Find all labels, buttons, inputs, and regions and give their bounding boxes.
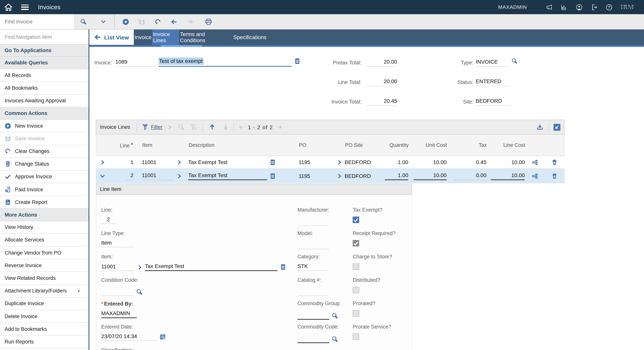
download-icon[interactable] (537, 124, 543, 130)
table-row[interactable]: 2 11001 Tax Exempt Test 1195 BEDFORD 1.0… (96, 169, 565, 183)
tab-terms-and-conditions[interactable]: Terms and Conditions (179, 30, 220, 45)
row-chevron-right-icon[interactable] (100, 159, 106, 165)
row-chevron-right-icon[interactable] (336, 173, 342, 179)
commodity-group-lookup-icon[interactable] (332, 312, 338, 319)
item-long-description-icon[interactable] (280, 264, 286, 270)
checkbox[interactable] (353, 334, 359, 340)
filter-link[interactable]: Filter (151, 124, 162, 130)
field-value[interactable]: ENTERED (476, 78, 510, 86)
search-icon[interactable] (511, 58, 518, 64)
sidebar-item[interactable]: Reverse Invoice (0, 259, 88, 272)
long-description-icon[interactable] (270, 159, 276, 166)
move-row-up-icon[interactable] (209, 124, 216, 130)
sidebar-item[interactable]: Invoices Awaiting Approval (0, 95, 88, 107)
previous-record-button[interactable] (166, 18, 182, 25)
item-value[interactable]: 11001 (101, 263, 134, 271)
print-button[interactable] (200, 18, 216, 25)
tab-invoice-lines[interactable]: Invoice Lines (152, 30, 179, 45)
commodity-code-lookup-icon[interactable] (332, 336, 338, 342)
sidebar-item[interactable]: View History (0, 221, 88, 234)
column-header-description[interactable]: Description (185, 142, 276, 148)
new-record-button[interactable] (118, 18, 134, 25)
calendar-icon[interactable] (160, 334, 166, 340)
catalog-value[interactable] (298, 288, 329, 296)
back-to-list-view[interactable]: List View (89, 30, 134, 45)
filter-icon[interactable] (142, 124, 149, 130)
checkbox[interactable] (353, 240, 359, 246)
sidebar-item[interactable]: New Invoice (0, 120, 88, 132)
commodity-group-value[interactable] (298, 312, 329, 320)
tab-invoice[interactable]: Invoice (134, 30, 152, 45)
long-description-icon[interactable] (270, 173, 276, 179)
tab-specifications[interactable]: Specifications (220, 30, 279, 45)
commodity-code-value[interactable] (298, 335, 329, 343)
model-value[interactable] (298, 242, 329, 249)
line-type-value[interactable]: Item (101, 240, 134, 247)
sidebar-item[interactable]: View Related Records (0, 272, 88, 285)
row-chevron-down-icon[interactable] (100, 173, 106, 179)
entered-date-value[interactable]: 23/07/20 14:34 (101, 333, 157, 341)
sidebar-item[interactable]: Paid Invoice (0, 183, 88, 196)
reports-icon[interactable] (560, 4, 568, 10)
distribute-costs-icon[interactable] (532, 173, 538, 179)
distribute-costs-icon[interactable] (532, 159, 538, 166)
sidebar-item-label: Create Report (15, 199, 48, 205)
checkbox[interactable] (353, 216, 359, 223)
sidebar-item[interactable]: Attachment Library/Folders (0, 285, 88, 297)
search-button[interactable] (75, 14, 92, 29)
sidebar-item[interactable]: Duplicate Invoice (0, 298, 88, 310)
entered-by-value[interactable]: MAXADMIN (101, 310, 137, 318)
find-invoice-input[interactable] (0, 18, 70, 25)
field-value[interactable]: INVOICE (476, 59, 510, 67)
sidebar-item[interactable]: Clear Changes (0, 145, 88, 158)
item-description-value[interactable]: Tax Exempt Test (145, 263, 278, 271)
sidebar-item[interactable]: Change Status (0, 158, 88, 170)
column-header-quantity[interactable]: Quantity (385, 142, 410, 148)
home-icon[interactable] (4, 3, 13, 11)
column-header-po-site[interactable]: PO Site (344, 142, 385, 148)
condition-code-value[interactable] (101, 288, 134, 296)
trash-icon[interactable] (551, 173, 558, 179)
profile-icon[interactable] (576, 4, 582, 10)
sidebar-item[interactable]: Allocate Services (0, 234, 88, 246)
checkbox[interactable] (353, 263, 359, 270)
item-detail-chevron-icon[interactable] (137, 264, 142, 270)
checkbox[interactable] (353, 287, 359, 293)
chevron-down-icon (100, 19, 106, 24)
row-chevron-right-icon[interactable] (176, 159, 182, 165)
help-icon[interactable]: ? (606, 4, 612, 10)
sidebar-item[interactable]: All Records (0, 69, 88, 82)
clear-changes-button[interactable] (150, 18, 166, 25)
trash-icon[interactable] (551, 159, 558, 166)
row-chevron-right-icon[interactable] (176, 173, 182, 179)
advanced-search-dropdown[interactable] (92, 14, 114, 29)
sidebar-item[interactable]: Change Vendor from PO (0, 246, 88, 259)
column-header-item[interactable]: Item (134, 142, 174, 148)
expand-filter-icon[interactable] (167, 124, 172, 130)
column-header-line-cost[interactable]: Line Cost (488, 142, 527, 148)
checkbox-label: Charge to Store? (353, 254, 411, 260)
column-header-line[interactable]: Line (110, 142, 134, 148)
table-row[interactable]: 1 11001 Tax Exempt Test 1195 BEDFORD 1.0… (96, 156, 565, 169)
sidebar-item[interactable]: Approve Invoice (0, 170, 88, 183)
collapse-table-icon[interactable] (554, 124, 560, 130)
field-value[interactable]: BEDFORD (476, 98, 510, 106)
menu-icon[interactable] (21, 4, 29, 10)
line-value[interactable]: 2 (101, 216, 116, 224)
row-chevron-right-icon[interactable] (336, 159, 342, 165)
category-value[interactable]: STK (298, 263, 329, 271)
sidebar-item[interactable]: Create Report (0, 196, 88, 209)
checkbox[interactable] (353, 310, 359, 317)
sidebar-item[interactable]: Run Reports (0, 336, 88, 348)
manufacturer-value[interactable] (298, 218, 329, 226)
column-header-tax[interactable]: Tax (448, 142, 488, 148)
find-navigation-input[interactable] (0, 34, 82, 40)
sidebar-item[interactable]: All Bookmarks (0, 82, 88, 94)
condition-code-lookup-icon[interactable] (136, 289, 142, 295)
column-header-po[interactable]: PO (276, 142, 335, 148)
sidebar-item[interactable]: Delete Invoice (0, 310, 88, 323)
sign-out-icon[interactable] (590, 4, 598, 10)
sidebar-item[interactable]: Add to Bookmarks (0, 323, 88, 336)
announcements-icon[interactable] (546, 4, 552, 10)
column-header-unit-cost[interactable]: Unit Cost (410, 142, 448, 148)
